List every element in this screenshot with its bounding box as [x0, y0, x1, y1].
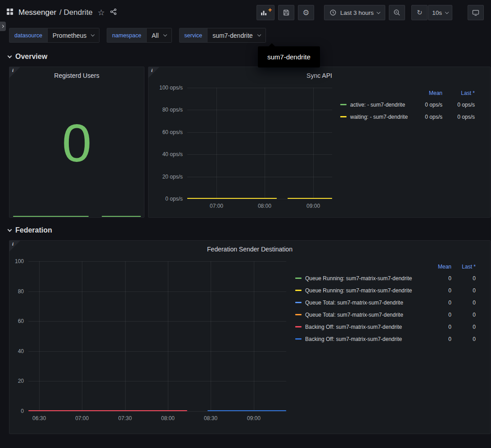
- chart-body: 100806040200 06:3007:0007:3008:0008:3009…: [13, 261, 486, 411]
- chevron-down-icon: [257, 33, 261, 36]
- variable-namespace: namespaceAll: [107, 28, 171, 43]
- sidebar-expand-button[interactable]: [0, 22, 6, 31]
- series-mean-value: 0: [427, 300, 451, 306]
- x-tick-label: 07:00: [210, 203, 223, 209]
- series-last-value: 0 ops/s: [442, 102, 475, 108]
- series-color-marker: [340, 116, 347, 117]
- legend-item[interactable]: Queue Total: sum7-matrix-sum7-dendrite00: [295, 309, 476, 321]
- section-row-federation[interactable]: Federation: [8, 226, 491, 234]
- zoom-out-time-button[interactable]: [389, 5, 405, 20]
- gridline: [187, 199, 332, 199]
- time-range-label: Last 3 hours: [340, 9, 374, 16]
- chevron-down-icon: [8, 54, 12, 58]
- gridline: [254, 261, 254, 411]
- dashboards-grid-icon[interactable]: [6, 8, 14, 17]
- legend-item[interactable]: Queue Running: sum7-matrix-sum7-dendrite…: [295, 272, 476, 284]
- chart-legend: MeanLast *active: - sum7-dendrite0 ops/s…: [340, 88, 486, 123]
- breadcrumb-dashboard: / Dendrite: [59, 8, 93, 17]
- series-line: [187, 198, 277, 199]
- sparkline-segment: [102, 216, 141, 217]
- time-range-picker[interactable]: Last 3 hours: [324, 5, 385, 20]
- legend-item[interactable]: Queue Total: sum7-matrix-sum7-dendrite00: [295, 296, 476, 309]
- variables-row: datasourcePrometheusnamespaceAllservices…: [0, 25, 491, 47]
- gear-icon: ⚙: [302, 9, 309, 17]
- chevron-down-icon: [91, 33, 95, 36]
- x-tick-label: 09:00: [247, 415, 261, 421]
- panel-registered-users: i Registerd Users 0: [9, 67, 144, 218]
- variable-label: service: [180, 28, 207, 42]
- series-last-value: 0: [451, 300, 476, 306]
- info-glyph: i: [12, 241, 14, 246]
- gridline: [28, 351, 286, 352]
- gridline: [168, 261, 168, 411]
- variable-value: sum7-dendrite: [212, 32, 253, 39]
- sparkline-segment: [13, 216, 89, 217]
- variable-service: servicesum7-dendrite: [179, 28, 266, 43]
- chart-body: 100 ops/s80 ops/s60 ops/s40 ops/s20 ops/…: [152, 88, 486, 199]
- legend-item[interactable]: waiting: - sum7-dendrite0 ops/s0 ops/s: [340, 111, 475, 123]
- series-color-marker: [295, 278, 302, 279]
- y-tick-label: 40: [18, 348, 24, 354]
- series-last-value: 0: [451, 312, 476, 318]
- x-tick-label: 07:00: [75, 415, 89, 421]
- chevron-down-icon: [163, 33, 167, 36]
- y-tick-label: 100 ops/s: [159, 85, 183, 91]
- legend-header-row: MeanLast *: [340, 88, 475, 99]
- chevron-down-icon: [8, 227, 12, 232]
- legend-item[interactable]: Backing Off: sum7-matrix-sum7-dendrite00: [295, 333, 476, 345]
- refresh-button[interactable]: ↻: [411, 5, 428, 20]
- legend-item[interactable]: Backing Off: sum7-matrix-sum7-dendrite00: [295, 321, 476, 333]
- series-mean-value: 0: [427, 275, 451, 282]
- save-dashboard-button[interactable]: [278, 5, 294, 20]
- chevron-right-icon: [1, 25, 4, 28]
- chevron-down-icon: [445, 10, 449, 13]
- variable-value-dropdown[interactable]: All: [146, 28, 171, 42]
- dashboard-settings-button[interactable]: ⚙: [298, 5, 314, 20]
- gridline: [211, 261, 211, 411]
- top-nav: Messenger / Dendrite ☆ +: [0, 0, 491, 25]
- series-mean-value: 0: [427, 287, 451, 294]
- panel-title[interactable]: Registerd Users: [13, 71, 140, 81]
- chart-plot-area[interactable]: 07:0008:0009:00: [187, 88, 332, 199]
- legend-item[interactable]: active: - sum7-dendrite0 ops/s0 ops/s: [340, 99, 475, 111]
- legend-header[interactable]: Last *: [451, 264, 476, 270]
- y-tick-label: 60: [18, 318, 24, 324]
- y-tick-label: 0: [21, 408, 24, 414]
- refresh-interval-label: 10s: [432, 9, 442, 16]
- variable-label: datasource: [9, 28, 47, 42]
- variable-value: Prometheus: [53, 32, 86, 39]
- share-icon[interactable]: [110, 8, 117, 17]
- breadcrumb-folder[interactable]: Messenger: [18, 8, 56, 17]
- info-glyph: i: [151, 67, 153, 73]
- variable-value-dropdown[interactable]: Prometheus: [47, 28, 99, 42]
- y-axis: 100806040200: [13, 261, 28, 411]
- refresh-interval-dropdown[interactable]: 10s: [428, 5, 452, 20]
- save-icon: [283, 9, 290, 16]
- favorite-star-icon[interactable]: ☆: [98, 9, 105, 17]
- series-last-value: 0: [451, 287, 476, 294]
- series-line: [288, 198, 332, 199]
- chart-plot-area[interactable]: 06:3007:0007:3008:0008:3009:00: [28, 261, 286, 411]
- info-glyph: i: [12, 67, 14, 73]
- panel-title[interactable]: Sync API: [152, 71, 486, 81]
- y-tick-label: 80 ops/s: [162, 107, 183, 113]
- variable-value-dropdown[interactable]: sum7-dendrite: [207, 28, 266, 42]
- section-row-overview[interactable]: Overview: [8, 53, 491, 61]
- gridline: [187, 88, 332, 88]
- x-tick-label: 07:30: [118, 415, 132, 421]
- tv-mode-button[interactable]: [468, 5, 484, 20]
- add-panel-button[interactable]: +: [257, 5, 275, 20]
- panel-title[interactable]: Federation Sender Destination: [13, 244, 486, 254]
- series-color-marker: [295, 314, 302, 315]
- legend-header[interactable]: Mean: [410, 90, 442, 96]
- series-mean-value: 0 ops/s: [410, 114, 442, 120]
- legend-header[interactable]: Last *: [442, 90, 475, 96]
- gridline: [82, 261, 82, 411]
- series-mean-value: 0: [427, 312, 451, 318]
- variable-value: All: [152, 32, 159, 39]
- series-name: active: - sum7-dendrite: [350, 102, 410, 108]
- legend-header[interactable]: Mean: [427, 264, 451, 270]
- legend-item[interactable]: Queue Running: sum7-matrix-sum7-dendrite…: [295, 284, 476, 296]
- gridline: [187, 110, 332, 110]
- gridline: [28, 321, 286, 322]
